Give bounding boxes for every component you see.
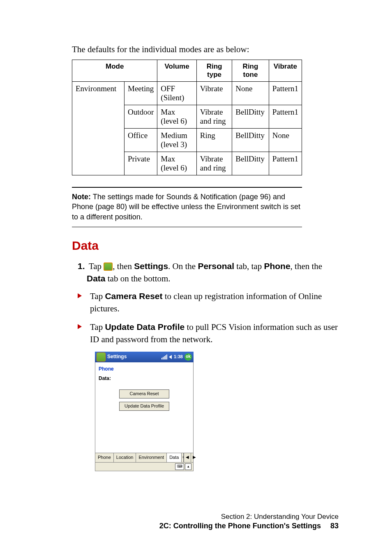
cell-environment: Environment <box>72 82 125 175</box>
camera-reset-bold: Camera Reset <box>105 291 162 301</box>
step-text: . On the <box>168 261 198 271</box>
tab-scroll-right[interactable]: ▶ <box>191 453 198 462</box>
cell-volume: OFF (Silent) <box>157 82 196 105</box>
cell-sub: Private <box>125 152 157 175</box>
step-text: , then <box>113 261 134 271</box>
cell-ringtype: Ring <box>196 129 232 152</box>
cell-vibrate: Pattern1 <box>269 152 302 175</box>
bullet-text: Tap <box>90 291 105 301</box>
cell-sub: Outdoor <box>125 105 157 129</box>
page-footer: Section 2: Understanding Your Device 2C:… <box>159 513 339 530</box>
data-bold: Data <box>87 274 106 283</box>
cell-volume: Max (level 6) <box>157 152 196 175</box>
start-icon[interactable] <box>97 352 106 362</box>
cell-ringtone: BellDitty <box>232 105 269 129</box>
screenshot-body: Phone Data: Camera Reset Update Data Pro… <box>95 362 194 453</box>
tab-phone[interactable]: Phone <box>95 453 114 462</box>
th-ringtone: Ring tone <box>232 60 269 82</box>
cell-ringtype: Vibrate <box>196 82 232 105</box>
cell-vibrate: Pattern1 <box>269 105 302 129</box>
cell-sub: Meeting <box>125 82 157 105</box>
th-volume: Volume <box>157 60 196 82</box>
screenshot-tabs: Phone Location Environment Data O ◀ ▶ <box>95 453 194 463</box>
intro-text: The defaults for the individual modes ar… <box>72 44 343 55</box>
sip-up-icon[interactable]: ▴ <box>185 463 191 470</box>
screenshot-title: Settings <box>107 353 161 360</box>
update-data-profile-button[interactable]: Update Data Profile <box>119 402 169 411</box>
th-vibrate: Vibrate <box>269 60 302 82</box>
bullet-update-data-profile: Tap Update Data Profile to pull PCS Visi… <box>78 321 343 346</box>
th-ringtype: Ring type <box>196 60 232 82</box>
tab-location[interactable]: Location <box>114 453 136 462</box>
modes-table: Mode Volume Ring type Ring tone Vibrate … <box>72 60 302 175</box>
note-text: The settings made for Sounds & Notificat… <box>72 193 300 221</box>
note-label: Note: <box>72 193 91 201</box>
table-row: Environment Meeting OFF (Silent) Vibrate… <box>72 82 302 105</box>
footer-section: Section 2: Understanding Your Device <box>159 513 339 521</box>
speaker-icon[interactable] <box>169 355 172 359</box>
footer-chapter-text: 2C: Controlling the Phone Function's Set… <box>159 522 321 530</box>
data-label: Data: <box>99 373 190 386</box>
personal-bold: Personal <box>198 261 234 271</box>
cell-sub: Office <box>125 129 157 152</box>
tab-environment[interactable]: Environment <box>136 453 167 462</box>
phone-bold: Phone <box>264 261 290 271</box>
cell-vibrate: Pattern1 <box>269 82 302 105</box>
step-text: tab, tap <box>234 261 264 271</box>
embedded-screenshot: Settings 1:38 ok Phone Data: Camera Rese… <box>95 352 194 471</box>
red-triangle-icon <box>78 293 82 298</box>
cell-ringtone: None <box>232 82 269 105</box>
step-1: 1. Tap , then Settings. On the Personal … <box>78 260 343 471</box>
note-block: Note: The settings made for Sounds & Not… <box>72 187 302 227</box>
screenshot-bottombar: ⌨ ▴ <box>95 463 194 471</box>
settings-bold: Settings <box>134 261 168 271</box>
footer-chapter: 2C: Controlling the Phone Function's Set… <box>159 522 339 530</box>
step-text: tab on the bottom. <box>106 274 171 283</box>
phone-label: Phone <box>99 364 190 373</box>
camera-reset-button[interactable]: Camera Reset <box>119 389 169 398</box>
ok-button[interactable]: ok <box>184 353 192 361</box>
signal-icon[interactable] <box>161 355 167 359</box>
clock-text[interactable]: 1:38 <box>174 354 183 360</box>
step-text: Tap <box>89 261 104 271</box>
page-number: 83 <box>330 522 339 530</box>
bullet-camera-reset: Tap Camera Reset to clean up registratio… <box>78 290 343 315</box>
cell-ringtype: Vibrate and ring <box>196 105 232 129</box>
bullet-text: Tap <box>90 322 105 332</box>
screenshot-titlebar: Settings 1:38 ok <box>95 352 194 362</box>
cell-vibrate: None <box>269 129 302 152</box>
red-triangle-icon <box>78 324 82 329</box>
cell-ringtone: BellDitty <box>232 129 269 152</box>
tab-data[interactable]: Data <box>167 453 182 462</box>
start-icon <box>104 263 113 271</box>
tab-scroll-left[interactable]: ◀ <box>184 453 191 462</box>
update-data-profile-bold: Update Data Profile <box>105 322 184 332</box>
keyboard-icon[interactable]: ⌨ <box>175 463 184 470</box>
cell-ringtone: BellDitty <box>232 152 269 175</box>
section-heading-data: Data <box>72 239 343 253</box>
cell-volume: Medium (level 3) <box>157 129 196 152</box>
cell-volume: Max (level 6) <box>157 105 196 129</box>
cell-ringtype: Vibrate and ring <box>196 152 232 175</box>
step-number: 1. <box>78 260 87 272</box>
th-mode: Mode <box>72 60 157 82</box>
table-header-row: Mode Volume Ring type Ring tone Vibrate <box>72 60 302 82</box>
step-text: , then the <box>291 261 323 271</box>
